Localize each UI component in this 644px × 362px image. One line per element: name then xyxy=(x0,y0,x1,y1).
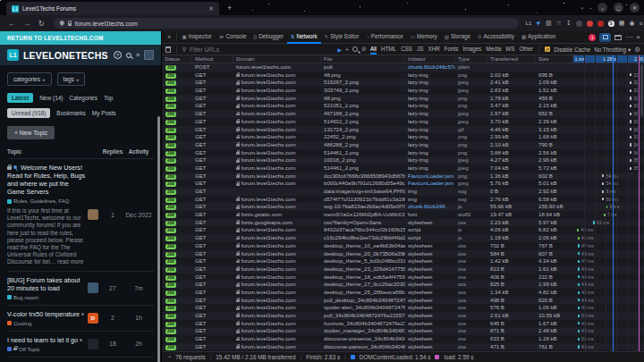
topic-title[interactable]: Welcome New Users! Read for Rules, Help,… xyxy=(7,164,88,196)
column-header-initiator[interactable]: Initiator xyxy=(405,55,455,63)
throttling-select[interactable]: No Throttling ▾ xyxy=(594,46,631,53)
tab-close-icon[interactable]: ✕ xyxy=(208,5,214,12)
search-icon[interactable] xyxy=(126,53,131,58)
add-request-icon[interactable]: + xyxy=(345,46,349,53)
request-file[interactable]: desktop_theme_23_229d4147755ad54988c865e… xyxy=(321,265,405,274)
column-header-status[interactable]: Status xyxy=(162,55,192,63)
bookmark-star-icon[interactable]: ☆ xyxy=(556,20,562,27)
request-file[interactable]: desktop_theme_5_bd3c048bc03193a2f5ef5e07… xyxy=(321,257,405,265)
request-row[interactable]: 200GETfonts.googleapis.comcss?family=Ope… xyxy=(162,219,644,227)
filter-html[interactable]: HTML xyxy=(381,45,396,55)
filter-ws[interactable]: WS xyxy=(505,45,514,55)
request-row[interactable]: 200GETforum.level1techs.comdesktop_theme… xyxy=(162,257,644,265)
request-initiator[interactable]: FaviconLoader.jsm xyxy=(405,180,455,188)
window-minimize-button[interactable]: ⌄ xyxy=(597,3,607,13)
request-row[interactable]: 200GETforum.level1techs.comdiscourse-pat… xyxy=(162,343,644,351)
request-file[interactable]: desktop_theme_25_2f8beeca56b96b20f333d3d… xyxy=(321,289,405,297)
user-avatar[interactable] xyxy=(144,50,154,60)
topic-row[interactable]: Post what new thing you acquired recentl… xyxy=(7,357,154,362)
forum-logo[interactable]: L1 xyxy=(7,49,19,61)
request-file[interactable]: poll_34c804b3404872476e21557e2659140a0a0… xyxy=(321,312,405,320)
request-file[interactable]: c16c264bc8be2ee73dc29bbf46d2c8208d3e5a1b… xyxy=(321,234,405,242)
request-file[interactable]: poll_desktop_34c804b3404872476e21557e265… xyxy=(321,297,405,305)
request-file[interactable]: 519297_2.png xyxy=(321,79,405,87)
request-file[interactable]: poll xyxy=(321,63,405,72)
responsive-design-mode-icon[interactable] xyxy=(599,33,611,42)
request-row[interactable]: 200GETforum.level1techs.com48.pnglazy-im… xyxy=(162,95,644,103)
request-file[interactable]: b000c440a9b791d12680d05e49ca551272f8fe0_… xyxy=(321,180,405,188)
topic-row[interactable]: [BUG] Forum takes about 20 minutes to lo… xyxy=(7,271,154,305)
topic-activity[interactable]: 2h xyxy=(123,341,154,347)
app-menu-icon[interactable]: ≡ xyxy=(640,21,643,27)
filter-fonts[interactable]: Fonts xyxy=(445,45,459,55)
request-row[interactable]: 200GETforum.level1techs.com303749_2.pngl… xyxy=(162,87,644,95)
filter-css[interactable]: CSS xyxy=(401,45,412,55)
request-row[interactable]: 200POSTforum.level1techs.compollchunk.60… xyxy=(162,63,644,72)
topic-activity[interactable]: 1h xyxy=(123,315,154,321)
extension-icon-2[interactable] xyxy=(587,21,593,27)
request-row[interactable]: 200GETforum.level1techs.com8432d37aca76b… xyxy=(162,226,644,234)
list-tabs-chevron-icon[interactable]: ⌄ xyxy=(580,4,585,11)
request-row[interactable]: 200GETforum.level1techs.comdiscourse-pre… xyxy=(162,335,644,343)
forum-scrollbar[interactable] xyxy=(157,116,160,362)
extension-icon-1[interactable] xyxy=(576,21,582,27)
request-row[interactable]: 200GETforum.level1techs.comb000c440a9b79… xyxy=(162,180,644,188)
nav-item-top[interactable]: Top xyxy=(104,95,113,101)
filter-media[interactable]: Media xyxy=(486,45,501,55)
request-file[interactable]: 486288_2.png xyxy=(321,141,405,149)
reader-mode-icon[interactable]: ▥ xyxy=(546,20,552,27)
hamburger-menu-icon[interactable]: ≡ xyxy=(136,52,140,58)
col-topic[interactable]: Topic xyxy=(7,148,88,155)
devtools-tab-inspector[interactable]: ▣Inspector xyxy=(179,31,216,44)
request-file[interactable]: memSYaGs126MiZpBA-UvWbX2vVnXBbObj2OVZyOO… xyxy=(321,211,405,219)
request-row[interactable]: 200GETforum.level1techs.comdesktop_theme… xyxy=(162,289,644,297)
devtools-close-icon[interactable]: × xyxy=(636,34,640,41)
extensions-puzzle-icon[interactable]: ▦ xyxy=(619,20,625,27)
request-file[interactable]: data:image/svg+xml;base64,PHN2ZyB4bWxucz… xyxy=(321,188,405,196)
topic-title[interactable]: I need to learn to let it go xyxy=(7,336,88,344)
send-tab-icon[interactable]: ➤ xyxy=(534,19,542,28)
categories-dropdown[interactable]: categories ▸ xyxy=(7,72,52,86)
request-row[interactable]: 200GETforum.level1techs.com519297_2.pngl… xyxy=(162,79,644,87)
request-row[interactable]: 200GETdata:image/svg+xml;base64,PHN2ZyB4… xyxy=(162,188,644,196)
request-file[interactable]: 131724_2.png xyxy=(321,126,405,134)
topic-title[interactable]: [BUG] Forum takes about 20 minutes to lo… xyxy=(7,276,88,292)
topic-activity[interactable]: 7m xyxy=(123,285,154,291)
back-icon[interactable]: ← xyxy=(8,20,15,28)
request-row[interactable]: 200GETforum.level1techs.com131724_2.pngl… xyxy=(162,126,644,134)
request-file[interactable]: desktop_theme_20_0b73506a39b6bf3d379914c… xyxy=(321,250,405,258)
tags-dropdown[interactable]: tags ▸ xyxy=(57,72,86,86)
new-topic-button[interactable]: + New Topic xyxy=(7,126,55,139)
nav-item-bookmarks[interactable]: Bookmarks xyxy=(56,110,86,116)
topic-tag[interactable]: Bug report xyxy=(7,295,38,300)
search-requests-icon[interactable] xyxy=(352,46,358,52)
request-file[interactable]: desktop_theme_18_edb5a4f4759763fa080e572… xyxy=(321,274,405,282)
request-row[interactable]: 200GETforum.level1techs.comdesktop_theme… xyxy=(162,242,644,250)
request-file[interactable]: footnote_34c804b3404872476e21557e2659140… xyxy=(321,320,405,328)
url-input[interactable]: forum.level1techs.com xyxy=(54,18,519,29)
reload-icon[interactable]: ↻ xyxy=(38,20,45,28)
nav-item-latest[interactable]: Latest xyxy=(7,93,33,103)
https-lock-icon[interactable] xyxy=(68,23,72,26)
extension-icon-4[interactable]: S xyxy=(608,21,614,27)
topic-row[interactable]: Welcome New Users! Read for Rules, Help,… xyxy=(7,158,154,271)
topic-avatar[interactable]: D xyxy=(88,313,98,324)
filter-urls-input[interactable]: Filter URLs xyxy=(190,46,219,53)
request-row[interactable]: 200GETforum.level1techs.com48.pnglazy-im… xyxy=(162,72,644,80)
topic-avatar[interactable] xyxy=(88,282,98,293)
request-row[interactable]: 200GETforum.level1techs.com521051_2.pngl… xyxy=(162,102,644,110)
request-row[interactable]: 200GETforum.level1techs.com10018_2.pngla… xyxy=(162,156,644,164)
network-settings-gear-icon[interactable]: ⚙ xyxy=(634,46,640,54)
request-file[interactable]: 48.png xyxy=(321,72,405,80)
request-file[interactable]: docker_manager_34c804b3404872476e21557e2… xyxy=(321,327,405,335)
tracking-shield-icon[interactable] xyxy=(60,21,64,26)
help-icon[interactable]: ? xyxy=(114,51,122,59)
topic-tag[interactable]: Cooling xyxy=(7,321,31,326)
col-activity[interactable]: Activity xyxy=(123,148,154,155)
dcl-time[interactable]: DOMContentLoaded: 1.54 s xyxy=(360,354,431,360)
devtools-tab-performance[interactable]: ◔Performance xyxy=(362,31,406,44)
column-header-type[interactable]: Type xyxy=(455,55,487,63)
load-time[interactable]: load: 2.59 s xyxy=(444,354,473,360)
devtools-tab-memory[interactable]: ▭Memory xyxy=(407,31,441,44)
request-file[interactable]: svg-10-7ba823ae2b6ac4d05e0f70046998acfe0… xyxy=(321,203,405,211)
